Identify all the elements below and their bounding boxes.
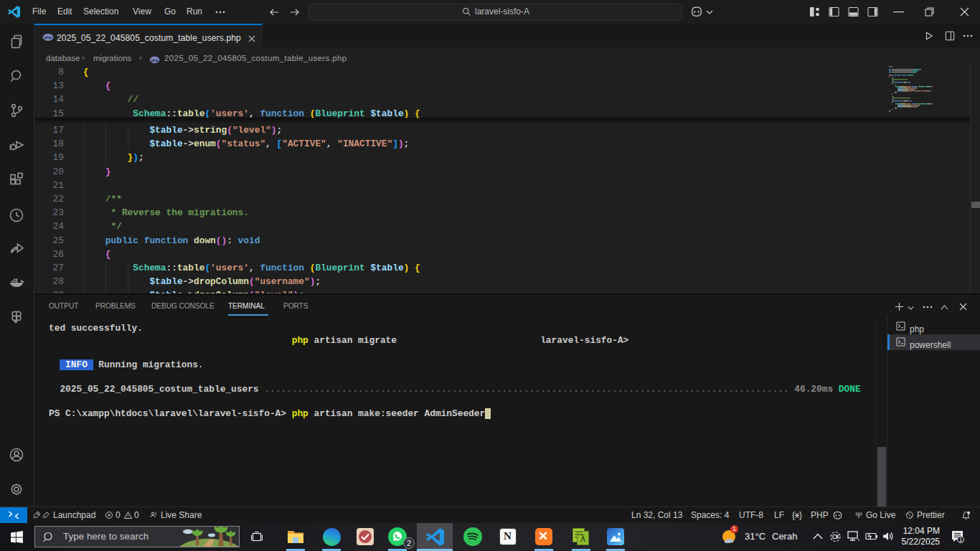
- svg-text:php: php: [151, 58, 159, 62]
- svg-text:php: php: [44, 35, 52, 39]
- svg-text:1: 1: [959, 536, 963, 543]
